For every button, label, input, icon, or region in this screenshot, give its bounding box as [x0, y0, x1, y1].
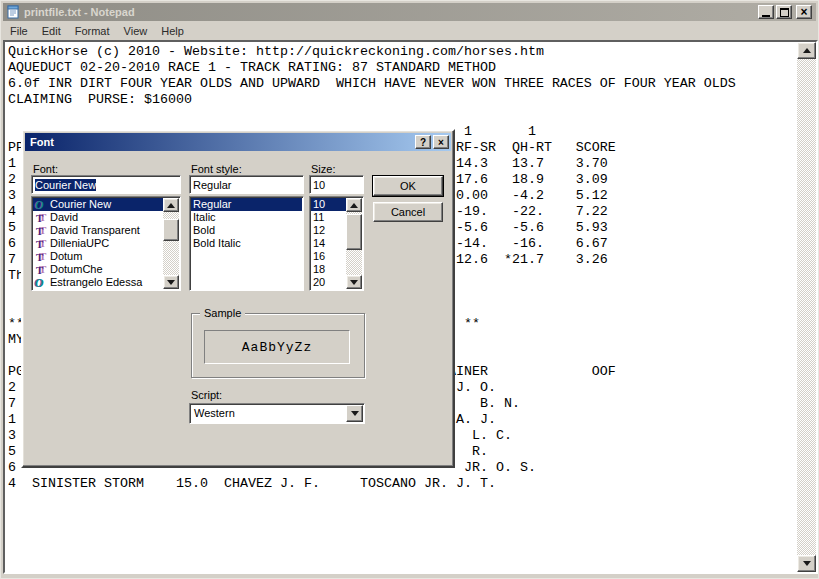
arrow-up-icon — [350, 203, 358, 208]
window-title: printfile.txt - Notepad — [24, 6, 135, 18]
font-style-label: Font style: — [191, 163, 242, 175]
close-button[interactable]: × — [796, 5, 812, 19]
font-option[interactable]: TTDavid — [33, 211, 163, 224]
font-option[interactable]: OCourier New — [33, 198, 163, 211]
truetype-icon: TT — [35, 238, 50, 250]
font-dialog: Font ? × Font: Font style: Size: Courier… — [21, 129, 455, 468]
minimize-button[interactable] — [758, 5, 774, 19]
font-list-scroll-down[interactable] — [163, 275, 179, 289]
dialog-title: Font — [30, 136, 54, 148]
sample-group: Sample AaBbYyZz — [191, 313, 365, 378]
notepad-window: printfile.txt - Notepad × FileEditFormat… — [0, 0, 819, 579]
font-option-label: DotumChe — [50, 263, 103, 276]
font-size-option[interactable]: 12 — [311, 224, 346, 237]
font-size-option[interactable]: 18 — [311, 263, 346, 276]
scroll-up-button[interactable] — [797, 42, 816, 59]
font-list-scroll-thumb[interactable] — [163, 219, 179, 241]
dialog-close-button[interactable]: × — [433, 135, 449, 149]
font-label: Font: — [33, 163, 58, 175]
truetype-icon: TT — [35, 225, 50, 237]
cancel-button[interactable]: Cancel — [373, 202, 443, 222]
font-name-value: Courier New — [35, 179, 96, 191]
font-size-list[interactable]: 10111214161820 — [309, 196, 364, 291]
sample-group-label: Sample — [200, 307, 245, 319]
menu-bar: FileEditFormatViewHelp — [3, 22, 816, 40]
size-list-scrollbar[interactable] — [346, 198, 362, 289]
menu-help[interactable]: Help — [154, 23, 191, 39]
font-size-input[interactable]: 10 — [309, 175, 364, 194]
arrow-down-icon — [351, 411, 359, 416]
size-list-scroll-thumb[interactable] — [346, 214, 362, 250]
sample-preview: AaBbYyZz — [204, 330, 350, 364]
font-style-option[interactable]: Bold Italic — [191, 237, 302, 250]
dialog-help-button[interactable]: ? — [415, 135, 431, 149]
font-size-option[interactable]: 11 — [311, 211, 346, 224]
font-option[interactable]: TTDotum — [33, 250, 163, 263]
font-option[interactable]: OEstrangelo Edessa — [33, 276, 163, 289]
font-size-option[interactable]: 16 — [311, 250, 346, 263]
font-size-option[interactable]: 20 — [311, 276, 346, 289]
font-list-scroll-up[interactable] — [163, 198, 179, 212]
script-label: Script: — [191, 389, 222, 401]
font-option[interactable]: TTDilleniaUPC — [33, 237, 163, 250]
script-value: Western — [194, 407, 235, 419]
font-style-option[interactable]: Italic — [191, 211, 302, 224]
dialog-titlebar: Font ? × — [25, 133, 451, 151]
arrow-down-icon — [167, 280, 175, 285]
font-option-label: Courier New — [50, 198, 111, 211]
font-list[interactable]: OCourier NewTTDavidTTDavid TransparentTT… — [31, 196, 181, 291]
opentype-icon: O — [35, 199, 50, 211]
font-option[interactable]: TTDavid Transparent — [33, 224, 163, 237]
font-size-option[interactable]: 10 — [311, 198, 346, 211]
font-style-option[interactable]: Regular — [191, 198, 302, 211]
font-option-label: DilleniaUPC — [50, 237, 109, 250]
minimize-icon — [762, 15, 770, 17]
font-style-option[interactable]: Bold — [191, 224, 302, 237]
font-size-option[interactable]: 14 — [311, 237, 346, 250]
font-style-list[interactable]: RegularItalicBoldBold Italic — [189, 196, 304, 291]
menu-view[interactable]: View — [117, 23, 155, 39]
ok-button[interactable]: OK — [373, 176, 443, 196]
font-name-input[interactable]: Courier New — [31, 175, 181, 194]
truetype-icon: TT — [35, 251, 50, 263]
menu-file[interactable]: File — [3, 23, 35, 39]
size-list-scroll-up[interactable] — [346, 198, 362, 212]
opentype-icon: O — [35, 277, 50, 289]
arrow-down-icon — [350, 280, 358, 285]
scroll-down-button[interactable] — [797, 555, 816, 572]
close-icon: × — [800, 7, 807, 17]
window-titlebar: printfile.txt - Notepad × — [3, 3, 816, 21]
font-option-label: Dotum — [50, 250, 82, 263]
font-list-scrollbar[interactable] — [163, 198, 179, 289]
font-option-label: Estrangelo Edessa — [50, 276, 142, 289]
arrow-up-icon — [803, 48, 811, 53]
menu-format[interactable]: Format — [68, 23, 117, 39]
script-dropdown[interactable]: Western — [189, 403, 365, 424]
arrow-down-icon — [803, 561, 811, 566]
truetype-icon: TT — [35, 264, 50, 276]
font-option[interactable]: TTDotumChe — [33, 263, 163, 276]
arrow-up-icon — [167, 203, 175, 208]
notepad-icon — [6, 5, 20, 19]
size-list-scroll-down[interactable] — [346, 275, 362, 289]
size-label: Size: — [311, 163, 335, 175]
truetype-icon: TT — [35, 212, 50, 224]
menu-edit[interactable]: Edit — [35, 23, 68, 39]
vertical-scrollbar[interactable] — [797, 42, 816, 572]
script-dropdown-button[interactable] — [346, 405, 363, 422]
scrollbar-track[interactable] — [797, 59, 816, 555]
font-option-label: David — [50, 211, 78, 224]
font-style-input[interactable]: Regular — [189, 175, 304, 194]
maximize-button[interactable] — [776, 5, 792, 19]
font-option-label: David Transparent — [50, 224, 140, 237]
maximize-icon — [780, 8, 789, 17]
